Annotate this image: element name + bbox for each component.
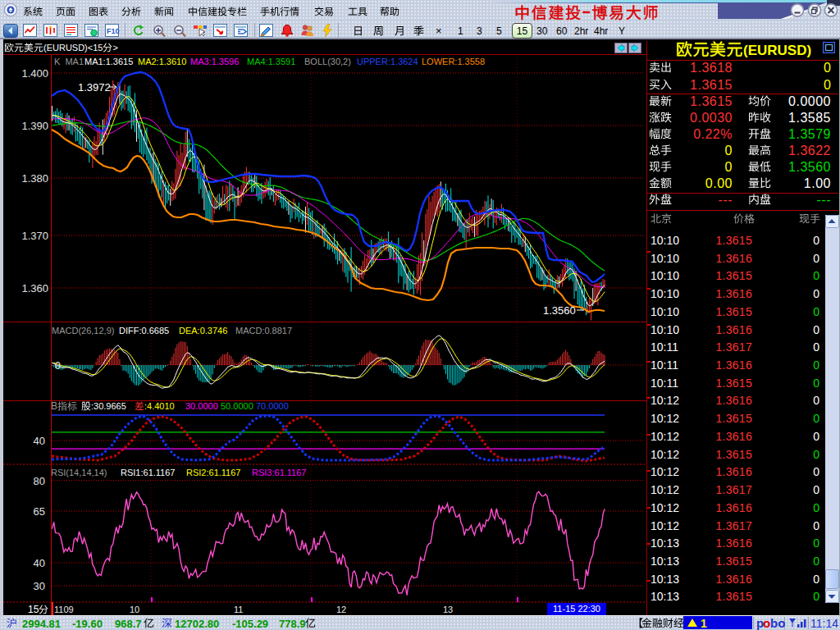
svg-text:F10: F10 <box>107 27 120 35</box>
